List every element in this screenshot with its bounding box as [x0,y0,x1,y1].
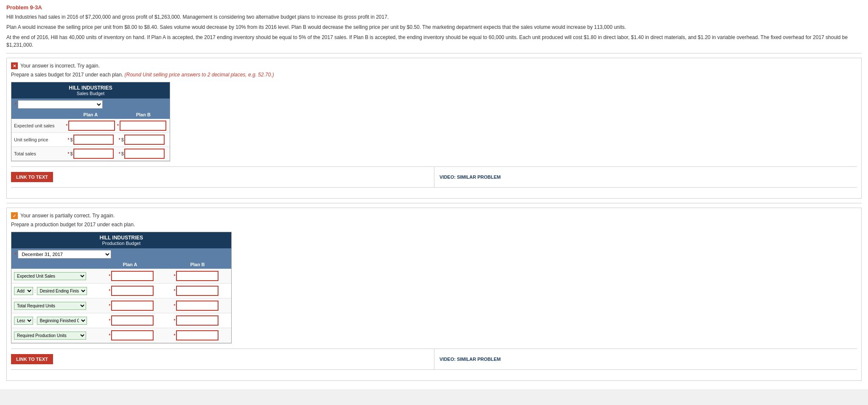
total-sales-plan-b-cell: * $ [116,149,167,159]
production-budget-table: HILL INDUSTRIES Production Budget * Dece… [11,232,232,343]
prod-row-label-2: Add Less : Desired Ending Finished Goods… [14,287,99,295]
table-row: Expected Unit Sales * * [11,269,231,284]
problem-paragraph1: Hill Industries had sales in 2016 of $7,… [6,13,862,21]
table-row: Total sales * $ * $ [11,147,170,161]
total-required-b-cell: * [164,301,229,311]
prod-col-plan-a: Plan A [96,262,164,267]
add-operator-dropdown[interactable]: Add Less [14,287,33,295]
table-title-2: Production Budget [13,241,230,246]
required-production-plan-b-input[interactable] [176,330,218,340]
row-label-expected-sales: Expected unit sales [14,123,65,128]
table-row: Required Production Units * * [11,328,231,343]
sales-budget-section: ✕ Your answer is incorrect. Try again. P… [6,58,862,199]
prod-col-headers: Plan A Plan B [11,260,231,269]
table-row: Expected unit sales * * [11,119,170,133]
expected-sales-plan-a-cell: * [65,121,116,131]
beginning-goods-plan-a-input[interactable] [111,315,154,326]
required-production-b-cell: * [164,330,229,340]
company-name-2: HILL INDUSTRIES [13,235,230,241]
row-label-total-sales: Total sales [14,151,65,156]
prod-col-plan-b: Plan B [164,262,231,267]
status-text-1: Your answer is incorrect. Try again. [20,63,100,69]
sales-budget-subheader: * For the Year Ending December 31, 2017 [11,98,170,110]
desired-ending-b-cell: * [164,286,229,296]
required-production-plan-a-input[interactable] [111,330,154,340]
wrong-icon: ✕ [11,62,18,69]
total-required-dropdown[interactable]: Total Required Units [14,302,86,310]
total-sales-plan-a-input[interactable] [73,149,114,159]
sales-period-dropdown[interactable]: For the Year Ending December 31, 2017 [18,100,103,109]
beginning-goods-dropdown[interactable]: Beginning Finished Goods Units [37,317,87,325]
answer-status-1: ✕ Your answer is incorrect. Try again. [11,62,857,69]
production-budget-footer: LINK TO TEXT VIDEO: SIMILAR PROBLEM [11,349,857,370]
col-plan-a-1: Plan A [64,112,117,117]
required-production-a-cell: * [99,330,164,340]
beginning-goods-b-cell: * [164,315,229,326]
total-sales-plan-b-input[interactable] [124,149,165,159]
instruction-2: Prepare a production budget for 2017 und… [11,222,857,228]
link-to-text-area-2: LINK TO TEXT [11,349,434,369]
link-to-text-area: LINK TO TEXT [11,167,434,187]
production-budget-header: HILL INDUSTRIES Production Budget [11,232,231,248]
beginning-goods-a-cell: * [99,315,164,326]
desired-ending-dropdown[interactable]: Desired Ending Finished Goods Units [37,287,87,295]
sales-budget-table: HILL INDUSTRIES Sales Budget * For the Y… [11,82,170,161]
sales-budget-footer: LINK TO TEXT VIDEO: SIMILAR PROBLEM [11,166,857,188]
table-row: Unit selling price * $ * $ [11,133,170,147]
unit-price-plan-b-input[interactable] [124,135,165,145]
expected-sales-plan-a-input[interactable] [68,121,115,131]
production-budget-subheader: * December 31, 2017 [11,248,231,260]
table-row: Less Add : Beginning Finished Goods Unit… [11,313,231,328]
link-to-text-button-1[interactable]: LINK TO TEXT [11,172,53,182]
video-link-1[interactable]: VIDEO: SIMILAR PROBLEM [434,167,857,187]
prod-row-label-5: Required Production Units [14,332,99,340]
unit-price-plan-a-cell: * $ [65,135,116,145]
sales-budget-header: HILL INDUSTRIES Sales Budget [11,82,170,98]
link-to-text-button-2[interactable]: LINK TO TEXT [11,354,53,364]
problem-paragraph3: At the end of 2016, Hill has 40,000 unit… [6,34,862,49]
desired-ending-plan-b-input[interactable] [176,286,218,296]
desired-ending-a-cell: * [99,286,164,296]
prod-expected-plan-a-input[interactable] [111,271,154,281]
total-sales-plan-a-cell: * $ [65,149,116,159]
expected-sales-plan-b-cell: * [116,121,167,131]
unit-price-plan-b-cell: * $ [116,135,167,145]
production-budget-section: ✓ Your answer is partially correct. Try … [6,208,862,381]
answer-status-2: ✓ Your answer is partially correct. Try … [11,212,857,219]
page-container: Problem 9-3A Hill Industries had sales i… [0,0,868,389]
table-title-1: Sales Budget [13,91,168,96]
company-name-1: HILL INDUSTRIES [13,85,168,91]
prod-expected-plan-b-input[interactable] [176,271,218,281]
table-row: Total Required Units * * [11,298,231,313]
prod-expected-b-cell: * [164,271,229,281]
instruction-1: Prepare a sales budget for 2017 under ea… [11,72,857,78]
total-required-a-cell: * [99,301,164,311]
total-required-plan-b-input[interactable] [176,301,218,311]
row-label-unit-price: Unit selling price [14,137,65,142]
less-operator-dropdown[interactable]: Less Add [14,317,33,325]
partial-icon: ✓ [11,212,18,219]
required-production-dropdown[interactable]: Required Production Units [14,332,86,340]
expected-unit-sales-dropdown[interactable]: Expected Unit Sales [14,272,86,280]
status-text-2: Your answer is partially correct. Try ag… [20,213,115,219]
prod-row-label-3: Total Required Units [14,302,99,310]
video-link-2[interactable]: VIDEO: SIMILAR PROBLEM [434,349,857,369]
total-required-plan-a-input[interactable] [111,301,154,311]
prod-row-label-4: Less Add : Beginning Finished Goods Unit… [14,317,99,325]
production-period-dropdown[interactable]: December 31, 2017 [18,250,111,259]
prod-expected-a-cell: * [99,271,164,281]
table-row: Add Less : Desired Ending Finished Goods… [11,284,231,298]
prod-row-label-1: Expected Unit Sales [14,272,99,280]
expected-sales-plan-b-input[interactable] [120,121,166,131]
problem-paragraph2: Plan A would increase the selling price … [6,23,862,31]
sales-col-headers: Plan A Plan B [11,110,170,119]
problem-title: Problem 9-3A [6,4,862,11]
beginning-goods-plan-b-input[interactable] [176,315,218,326]
col-plan-b-1: Plan B [117,112,170,117]
desired-ending-plan-a-input[interactable] [111,286,154,296]
unit-price-plan-a-input[interactable] [73,135,114,145]
